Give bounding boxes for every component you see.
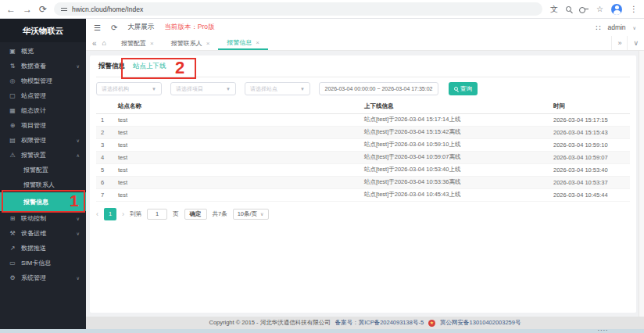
project-select[interactable]: 请选择项目 ▼ bbox=[170, 82, 236, 95]
sidebar-item-alarm-config[interactable]: 报警配置 bbox=[0, 163, 86, 177]
goto-label: 到第 bbox=[130, 210, 141, 218]
sidebar-item-label: 设备运维 bbox=[21, 229, 46, 238]
table-row[interactable]: 2 test 站点[test]于2026-03-04 15:15:42离线 20… bbox=[96, 126, 630, 138]
sidebar-item-permission-mgmt[interactable]: ▤ 权限管理 ∨ bbox=[0, 133, 86, 148]
linkage-icon: ⊞ bbox=[9, 215, 16, 222]
current-page-button[interactable]: 1 bbox=[104, 208, 116, 220]
next-page-icon[interactable]: › bbox=[122, 210, 124, 218]
reload-icon[interactable]: ⟳ bbox=[39, 5, 47, 14]
big-screen-link[interactable]: 大屏展示 bbox=[127, 23, 154, 32]
bookmark-star-icon[interactable]: ☆ bbox=[596, 5, 603, 13]
index-header bbox=[96, 100, 116, 113]
updown-info: 站点[test]于2026-03-04 10:59:07离线 bbox=[363, 151, 552, 163]
back-arrow-icon[interactable]: ← bbox=[6, 5, 16, 14]
collapse-tabs-icon[interactable]: « bbox=[92, 39, 97, 48]
sidebar-item-label: SIM卡信息 bbox=[21, 259, 51, 267]
sidebar-item-alarm-settings[interactable]: ⚠ 报警设置 ∧ bbox=[0, 148, 86, 163]
close-icon[interactable]: × bbox=[206, 40, 210, 47]
close-icon[interactable]: × bbox=[150, 40, 154, 47]
table-row[interactable]: 7 test 站点[test]于2026-03-04 10:45:43上线 20… bbox=[96, 188, 630, 201]
sidebar-item-alarm-info[interactable]: 报警信息 bbox=[0, 192, 86, 211]
date-range-input[interactable]: 2026-03-04 00:00:00 ~ 2026-03-04 17:35:0… bbox=[319, 82, 438, 95]
event-time: 2026-03-04 15:17:15 bbox=[552, 113, 630, 126]
sidebar-item-device-ops[interactable]: ⚒ 设备运维 ∨ bbox=[0, 226, 86, 241]
org-select[interactable]: 请选择机构 ▼ bbox=[96, 82, 162, 95]
user-menu[interactable]: admin bbox=[607, 23, 625, 31]
pagination: ‹ 1 › 到第 1 页 确定 共7条 10条/页 ∨ bbox=[96, 208, 630, 220]
version-label: 当前版本：Pro版 bbox=[164, 23, 214, 32]
passkey-icon[interactable] bbox=[579, 7, 589, 12]
sidebar-item-alarm-contacts[interactable]: 报警联系人 bbox=[0, 177, 86, 192]
page-size-select[interactable]: 10条/页 ∨ bbox=[233, 209, 269, 220]
table-row[interactable]: 6 test 站点[test]于2026-03-04 10:53:36离线 20… bbox=[96, 176, 630, 188]
sidebar-item-data-view[interactable]: ⇅ 数据查看 ∨ bbox=[0, 59, 86, 73]
sidebar-item-thing-model[interactable]: ◎ 物模型管理 bbox=[0, 73, 86, 88]
tab-alarm-info[interactable]: 报警信息 × bbox=[218, 36, 268, 50]
icp-link[interactable]: 备案号：冀ICP备2024093138号-5 bbox=[335, 319, 424, 327]
zoom-icon[interactable] bbox=[566, 6, 571, 12]
chevron-down-icon: ∨ bbox=[77, 138, 80, 143]
project-select-placeholder: 请选择项目 bbox=[176, 85, 203, 93]
chevron-down-icon: ▼ bbox=[300, 87, 305, 91]
browser-menu-icon[interactable]: ⋮ bbox=[630, 5, 638, 13]
goto-page-input[interactable]: 1 bbox=[147, 209, 167, 220]
table-row[interactable]: 3 test 站点[test]于2026-03-04 10:59:10上线 20… bbox=[96, 138, 630, 151]
sidebar-item-project-mgmt[interactable]: ⊕ 项目管理 bbox=[0, 118, 86, 133]
prev-page-icon[interactable]: ‹ bbox=[96, 210, 98, 218]
project-icon: ⊕ bbox=[9, 122, 16, 129]
sidebar-item-label: 联动控制 bbox=[21, 214, 46, 223]
row-index: 1 bbox=[96, 113, 116, 126]
table-row[interactable]: 1 test 站点[test]于2026-03-04 15:17:14上线 20… bbox=[96, 113, 630, 126]
sidebar-item-scada-design[interactable]: ▦ 组态设计 bbox=[0, 103, 86, 118]
confirm-button[interactable]: 确定 bbox=[184, 209, 207, 220]
sidebar-item-station-mgmt[interactable]: ▢ 站点管理 bbox=[0, 88, 86, 103]
chevron-down-icon: ∨ bbox=[77, 231, 80, 236]
sidebar-item-label: 数据推送 bbox=[21, 244, 46, 252]
station-name: test bbox=[116, 163, 363, 176]
search-button[interactable]: 查询 bbox=[449, 82, 478, 95]
translate-icon[interactable]: 文 bbox=[550, 5, 558, 13]
forward-arrow-icon[interactable]: → bbox=[23, 5, 32, 14]
sim-card-icon: ▭ bbox=[9, 260, 16, 267]
url-text[interactable]: hwicn.cloud/home/Index bbox=[72, 5, 143, 13]
tab-actions-icon[interactable]: ∨ bbox=[627, 36, 644, 50]
menu-toggle-icon[interactable]: ☰ bbox=[94, 23, 101, 32]
sidebar-item-label: 系统管理 bbox=[21, 274, 46, 282]
table-row[interactable]: 4 test 站点[test]于2026-03-04 10:59:07离线 20… bbox=[96, 151, 630, 163]
main-area: ☰ ⟳ 大屏展示 当前版本：Pro版 ∷ admin ∨ « ⌂ 报警配置 × bbox=[86, 19, 644, 329]
fullscreen-icon[interactable]: ∷ bbox=[596, 23, 600, 32]
info-header: 上下线信息 bbox=[363, 100, 552, 113]
tab-label: 报警配置 bbox=[121, 39, 146, 48]
topbar-right: ∷ admin ∨ bbox=[596, 23, 636, 32]
tab-bar: « ⌂ 报警配置 × 报警联系人 × 报警信息 × » ∨ bbox=[86, 36, 644, 51]
close-icon[interactable]: × bbox=[256, 39, 259, 46]
profile-avatar[interactable] bbox=[611, 4, 622, 15]
sidebar-item-data-push[interactable]: ↗ 数据推送 bbox=[0, 241, 86, 256]
scrollbar[interactable] bbox=[639, 51, 644, 317]
address-bar[interactable]: hwicn.cloud/home/Index bbox=[54, 2, 542, 16]
sidebar-item-system-mgmt[interactable]: ⚙ 系统管理 ∨ bbox=[0, 270, 86, 285]
org-select-placeholder: 请选择机构 bbox=[102, 85, 129, 93]
more-tabs-icon[interactable]: » bbox=[611, 36, 627, 50]
police-badge-icon: ★ bbox=[428, 320, 435, 327]
chevron-down-icon[interactable]: ∨ bbox=[633, 25, 636, 30]
home-icon[interactable]: ⌂ bbox=[102, 39, 106, 47]
sidebar-item-linkage-control[interactable]: ⊞ 联动控制 ∨ bbox=[0, 211, 86, 226]
section-tab-alarm-info[interactable]: 报警信息 bbox=[98, 62, 125, 71]
refresh-icon[interactable]: ⟳ bbox=[111, 23, 117, 32]
sidebar-item-label: 数据查看 bbox=[21, 62, 46, 70]
sidebar-item-label: 报警联系人 bbox=[23, 181, 55, 189]
station-select[interactable]: 请选择站点 ▼ bbox=[245, 82, 310, 95]
table-row[interactable]: 5 test 站点[test]于2026-03-04 10:53:40上线 20… bbox=[96, 163, 630, 176]
tab-alarm-config[interactable]: 报警配置 × bbox=[113, 36, 163, 50]
search-button-label: 查询 bbox=[460, 85, 472, 93]
site-info-icon[interactable] bbox=[61, 6, 67, 13]
police-link[interactable]: 冀公网安备13010402003259号 bbox=[440, 319, 521, 327]
sidebar-item-overview[interactable]: ▣ 概览 bbox=[0, 44, 86, 59]
chevron-up-icon: ∧ bbox=[77, 152, 80, 158]
section-tab-station-updown[interactable]: 站点上下线 bbox=[133, 62, 166, 71]
sidebar-item-label: 权限管理 bbox=[21, 136, 46, 145]
thing-model-icon: ◎ bbox=[9, 77, 16, 84]
tab-alarm-contacts[interactable]: 报警联系人 × bbox=[163, 36, 219, 50]
sidebar-item-sim-info[interactable]: ▭ SIM卡信息 bbox=[0, 256, 86, 270]
